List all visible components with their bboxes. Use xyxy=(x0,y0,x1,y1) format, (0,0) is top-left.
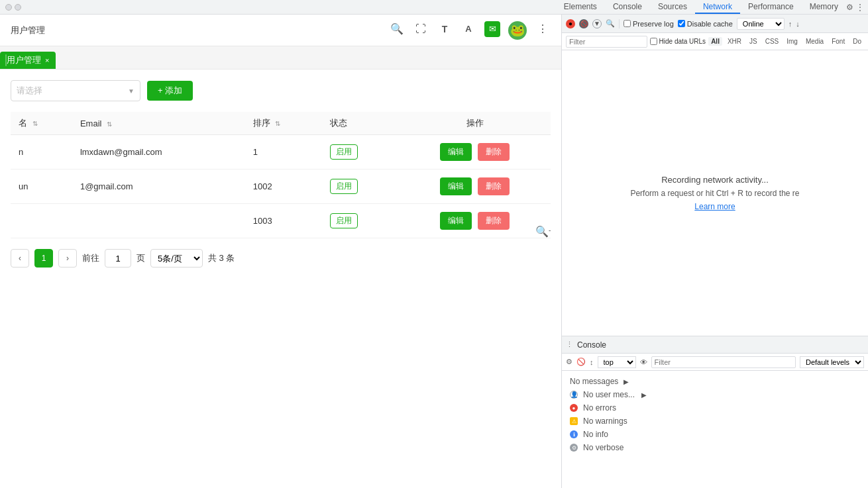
tab-elements[interactable]: Elements xyxy=(556,0,605,14)
filter-type-img[interactable]: Img xyxy=(784,37,800,46)
console-context-select[interactable]: top xyxy=(598,356,636,368)
col-status: 状态 xyxy=(322,112,400,135)
no-messages-arrow[interactable]: ▶ xyxy=(624,378,629,385)
cell-name-2 xyxy=(11,204,72,238)
console-level-select[interactable]: Default levels xyxy=(800,356,864,368)
cell-rank-1: 1002 xyxy=(245,170,322,204)
no-user-arrow[interactable]: ▶ xyxy=(641,391,647,399)
console-msg-no-warnings: ⚠ No warnings xyxy=(570,415,860,428)
table-row: n lmxdawn@gmail.com 1 启用 编辑 删除 xyxy=(11,135,551,170)
zoom-out-icon[interactable]: 🔍- xyxy=(535,225,551,238)
font-icon[interactable]: T xyxy=(437,21,453,37)
sort-rank-icon[interactable]: ⇅ xyxy=(275,120,280,127)
console-messages: No messages ▶ 👤 No user mes... ▶ ● No er… xyxy=(562,371,868,488)
search-icon[interactable]: 🔍 xyxy=(389,21,405,37)
disable-cache-input[interactable] xyxy=(678,20,685,27)
avatar-icon[interactable]: 🐸 xyxy=(508,21,527,40)
disable-cache-checkbox[interactable]: Disable cache xyxy=(678,20,733,28)
sort-name-icon[interactable]: ⇅ xyxy=(32,120,38,127)
cell-rank-0: 1 xyxy=(245,135,322,170)
col-email: Email ⇅ xyxy=(72,112,245,135)
col-actions: 操作 xyxy=(399,112,551,135)
sort-email-icon[interactable]: ⇅ xyxy=(107,121,112,128)
edit-btn-2[interactable]: 编辑 xyxy=(440,212,472,230)
learn-more-link[interactable]: Learn more xyxy=(694,202,735,211)
edit-btn-0[interactable]: 编辑 xyxy=(440,143,472,161)
mail-icon[interactable]: ✉ xyxy=(484,21,500,37)
devtools-more-icon[interactable]: ⋮ xyxy=(856,3,864,12)
upload-icon[interactable]: ↑ xyxy=(788,20,792,28)
filter-type-doc[interactable]: Do xyxy=(850,37,864,46)
fullscreen-icon[interactable]: ⛶ xyxy=(413,21,429,37)
page-1-btn[interactable]: 1 xyxy=(34,249,53,268)
page-size-select[interactable]: 5条/页 10条/页 20条/页 xyxy=(150,249,203,268)
warn-icon: ⚠ xyxy=(570,417,578,425)
filter-placeholder: 请选择 xyxy=(17,85,42,97)
prev-page-btn[interactable]: ‹ xyxy=(11,249,29,268)
record-icon[interactable]: ● xyxy=(566,19,575,28)
col-name: 名 ⇅ xyxy=(11,112,72,135)
console-msg-no-messages: No messages ▶ xyxy=(570,375,860,388)
delete-btn-2[interactable]: 删除 xyxy=(478,212,510,230)
console-menu-icon[interactable]: ⋮ xyxy=(566,340,573,349)
breadcrumb-close-icon[interactable]: × xyxy=(45,56,49,64)
preserve-log-input[interactable] xyxy=(624,20,631,27)
table-row: un 1@gmail.com 1002 启用 编辑 删除 xyxy=(11,170,551,204)
hide-data-urls-checkbox[interactable]: Hide data URLs xyxy=(650,38,706,45)
cursor xyxy=(5,52,7,69)
throttle-select[interactable]: Online Fast 3G Slow 3G xyxy=(737,18,785,30)
network-filter-bar: Hide data URLs All XHR JS CSS Img Media … xyxy=(562,33,868,50)
filter-type-all[interactable]: All xyxy=(708,37,722,46)
breadcrumb-tab[interactable]: 用户管理 × xyxy=(0,52,56,69)
cell-name-1: un xyxy=(11,170,72,204)
hide-data-urls-input[interactable] xyxy=(650,38,657,45)
filter-type-font[interactable]: Font xyxy=(829,37,847,46)
console-clear-icon[interactable]: 🚫 xyxy=(576,358,586,366)
user-msg-icon: 👤 xyxy=(570,391,578,399)
status-badge-1: 启用 xyxy=(330,179,358,194)
tab-network[interactable]: Network xyxy=(695,0,740,14)
devtools-settings-icon[interactable]: ⚙ xyxy=(846,3,853,12)
console-eye-icon[interactable]: 👁 xyxy=(640,358,647,366)
search-network-icon[interactable]: 🔍 xyxy=(606,19,615,28)
filter-icon[interactable]: ▼ xyxy=(592,19,602,28)
console-msg-no-errors: ● No errors xyxy=(570,401,860,415)
recording-sub-text: Perform a request or hit Ctrl + R to rec… xyxy=(630,189,799,198)
tab-console[interactable]: Console xyxy=(605,0,650,14)
tab-performance[interactable]: Performance xyxy=(740,0,802,14)
status-badge-2: 启用 xyxy=(330,213,358,228)
translate-icon[interactable]: A xyxy=(461,21,476,37)
console-settings-icon[interactable]: ⚙ xyxy=(566,358,572,366)
next-page-btn[interactable]: › xyxy=(58,249,77,268)
no-user-text: No user mes... xyxy=(583,390,635,399)
filter-type-media[interactable]: Media xyxy=(803,37,826,46)
goto-page-input[interactable] xyxy=(105,249,131,268)
preserve-log-checkbox[interactable]: Preserve log xyxy=(624,20,674,28)
delete-btn-1[interactable]: 删除 xyxy=(478,177,510,195)
cell-actions-2: 编辑 删除 xyxy=(399,204,551,238)
status-filter-select[interactable]: 请选择 ▼ xyxy=(11,80,140,101)
recording-main-text: Recording network activity... xyxy=(661,175,769,185)
network-filter-input[interactable] xyxy=(569,38,644,46)
edit-btn-1[interactable]: 编辑 xyxy=(440,177,472,195)
total-label: 共 3 条 xyxy=(208,252,235,264)
console-filter-input[interactable] xyxy=(651,356,796,368)
cell-status-1: 启用 xyxy=(322,170,400,204)
add-button[interactable]: + 添加 xyxy=(147,81,193,101)
filter-type-css[interactable]: CSS xyxy=(763,37,782,46)
no-errors-text: No errors xyxy=(583,403,616,413)
more-icon[interactable]: ⋮ xyxy=(535,21,551,37)
no-verbose-text: No verbose xyxy=(583,443,624,452)
download-icon[interactable]: ↓ xyxy=(796,20,800,28)
filter-type-js[interactable]: JS xyxy=(747,37,760,46)
console-expand-icon[interactable]: ↕ xyxy=(590,358,594,366)
clear-icon[interactable]: 🚫 xyxy=(579,19,588,28)
pagination: ‹ 1 › 前往 页 5条/页 10条/页 20条/页 共 3 条 xyxy=(11,249,551,268)
delete-btn-0[interactable]: 删除 xyxy=(478,143,510,161)
no-info-text: No info xyxy=(583,430,608,439)
tab-memory[interactable]: Memory xyxy=(802,0,846,14)
window-controls xyxy=(5,4,21,11)
tab-sources[interactable]: Sources xyxy=(650,0,695,14)
network-recording-area: Recording network activity... Perform a … xyxy=(562,50,868,336)
filter-type-xhr[interactable]: XHR xyxy=(725,37,744,46)
